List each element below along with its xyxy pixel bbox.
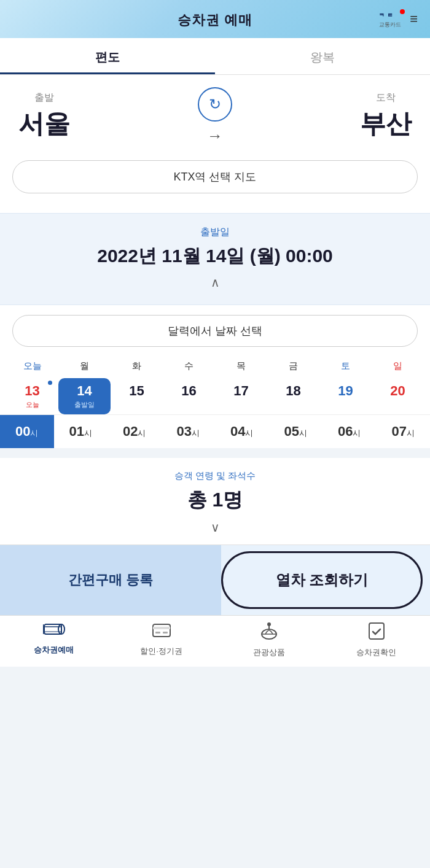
nav-item-ticket-confirm[interactable]: 승차권확인 xyxy=(322,622,430,658)
ticket-booking-icon xyxy=(43,622,65,642)
route-section: 출발 서울 ↻ → 도착 부산 xyxy=(0,75,430,160)
header-actions: ᄏᄐ 교통카드 ≡ xyxy=(379,10,418,28)
day-header-sat: 토 xyxy=(319,357,372,376)
departure-section: 출발일 2022년 11월 14일 (월) 00:00 ∧ xyxy=(0,213,430,305)
cal-day-17[interactable]: 17 xyxy=(215,378,267,414)
arrive-label: 도착 xyxy=(376,91,396,104)
svg-point-16 xyxy=(267,622,271,626)
tabs-container: 편도 왕복 xyxy=(0,38,430,75)
ktx-map-button[interactable]: KTX역 선택 지도 xyxy=(12,160,418,193)
search-button-wrapper: 열차 조회하기 xyxy=(221,545,430,615)
bottom-nav: 승차권예매 할인·정기권 관광상품 xyxy=(0,615,430,667)
svg-text:교통카드: 교통카드 xyxy=(379,21,401,28)
svg-rect-9 xyxy=(153,624,170,637)
passenger-label: 승객 연령 및 좌석수 xyxy=(12,470,418,482)
nav-item-discount[interactable]: 할인·정기권 xyxy=(108,622,215,658)
section-divider xyxy=(0,448,430,453)
cal-day-19[interactable]: 19 xyxy=(319,378,372,414)
nav-item-ticket-booking[interactable]: 승차권예매 xyxy=(0,622,108,658)
calendar-section: 달력에서 날짜 선택 오늘 월 화 수 목 금 토 일 13 오늘 14 출발일… xyxy=(0,305,430,448)
day-header-today: 오늘 xyxy=(6,357,58,376)
day-header-thu: 목 xyxy=(215,357,267,376)
today-dot xyxy=(48,381,52,385)
passenger-section: 승객 연령 및 좌석수 총 1명 ∨ xyxy=(0,453,430,544)
svg-rect-12 xyxy=(163,632,168,634)
collapse-icon[interactable]: ∧ xyxy=(12,275,418,290)
time-07[interactable]: 07시 xyxy=(377,415,431,448)
depart-col: 출발 서울 xyxy=(18,91,70,141)
calendar-dates: 13 오늘 14 출발일 15 16 17 18 19 xyxy=(0,378,430,414)
cal-day-15[interactable]: 15 xyxy=(111,378,163,414)
register-button[interactable]: 간편구매 등록 xyxy=(0,545,221,615)
svg-rect-10 xyxy=(153,627,170,629)
svg-text:ᄏᄐ: ᄏᄐ xyxy=(379,13,395,22)
ticket-confirm-icon xyxy=(367,622,386,645)
arrive-col: 도착 부산 xyxy=(360,91,412,141)
depart-label: 출발 xyxy=(34,91,54,104)
nav-label-tourism: 관광상품 xyxy=(253,647,285,658)
arrive-city[interactable]: 부산 xyxy=(360,107,412,141)
time-01[interactable]: 01시 xyxy=(54,415,108,448)
page-title: 승차권 예매 xyxy=(178,11,252,29)
departure-label: 출발일 xyxy=(12,226,418,239)
cal-day-16[interactable]: 16 xyxy=(163,378,215,414)
menu-icon[interactable]: ≡ xyxy=(410,11,418,27)
svg-rect-11 xyxy=(155,632,160,634)
tab-oneway[interactable]: 편도 xyxy=(0,38,215,74)
svg-rect-17 xyxy=(369,623,384,639)
cal-day-20[interactable]: 20 xyxy=(372,378,424,414)
header: 승차권 예매 ᄏᄐ 교통카드 ≡ xyxy=(0,0,430,38)
bottom-buttons: 간편구매 등록 열차 조회하기 xyxy=(0,544,430,615)
day-header-mon: 월 xyxy=(58,357,111,376)
depart-city[interactable]: 서울 xyxy=(18,107,70,141)
cal-day-18[interactable]: 18 xyxy=(267,378,319,414)
passenger-count: 총 1명 xyxy=(12,487,418,514)
time-00[interactable]: 00시 xyxy=(0,415,54,448)
time-05[interactable]: 05시 xyxy=(269,415,323,448)
expand-passenger-icon[interactable]: ∨ xyxy=(12,520,418,535)
departure-date[interactable]: 2022년 11월 14일 (월) 00:00 xyxy=(12,244,418,269)
nav-item-tourism[interactable]: 관광상품 xyxy=(215,622,322,658)
nav-label-discount: 할인·정기권 xyxy=(140,646,182,657)
tab-roundtrip[interactable]: 왕복 xyxy=(215,38,430,74)
time-02[interactable]: 02시 xyxy=(108,415,162,448)
day-header-sun: 일 xyxy=(372,357,424,376)
nav-label-ticket-confirm: 승차권확인 xyxy=(356,647,396,658)
day-header-fri: 금 xyxy=(267,357,319,376)
time-row: 00시 01시 02시 03시 04시 05시 06시 07시 xyxy=(0,414,430,448)
swap-button[interactable]: ↻ xyxy=(198,87,232,122)
nav-label-ticket-booking: 승차권예매 xyxy=(34,645,74,656)
day-header-tue: 화 xyxy=(111,357,163,376)
time-06[interactable]: 06시 xyxy=(322,415,377,448)
search-button[interactable]: 열차 조회하기 xyxy=(221,551,423,609)
day-headers: 오늘 월 화 수 목 금 토 일 xyxy=(0,357,430,376)
time-03[interactable]: 03시 xyxy=(162,415,216,448)
time-04[interactable]: 04시 xyxy=(215,415,269,448)
calendar-picker-button[interactable]: 달력에서 날짜 선택 xyxy=(12,315,418,347)
cal-day-13[interactable]: 13 오늘 xyxy=(6,378,58,414)
route-arrow: → xyxy=(207,126,223,145)
transport-card-svg: ᄏᄐ 교통카드 xyxy=(379,10,402,28)
notification-dot xyxy=(400,9,405,14)
cal-day-14[interactable]: 14 출발일 xyxy=(58,378,111,414)
discount-icon xyxy=(152,622,171,643)
transport-card-icon[interactable]: ᄏᄐ 교통카드 xyxy=(379,10,402,28)
tourism-icon xyxy=(259,622,279,645)
day-header-wed: 수 xyxy=(163,357,215,376)
